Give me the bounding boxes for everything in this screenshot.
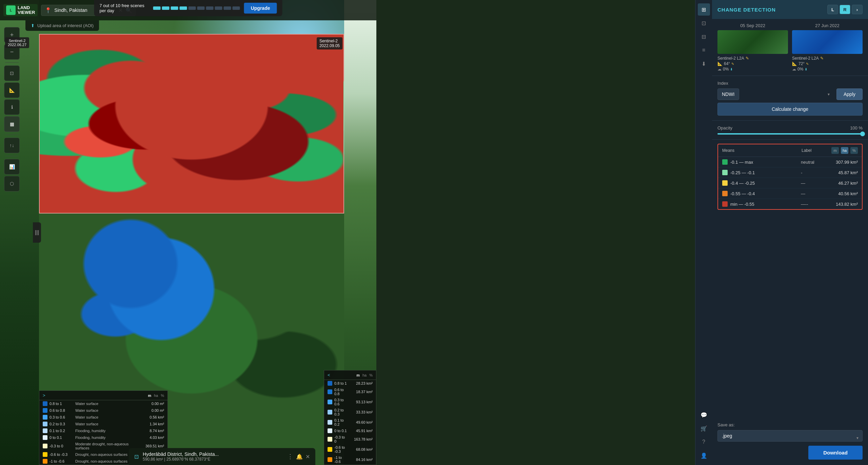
col-label-header: Label (802, 148, 829, 153)
fr-split-button[interactable]: ⊡ (698, 17, 710, 29)
upload-bar[interactable]: ⬆ Upload area of interest (AOI) (25, 20, 99, 31)
download-button[interactable]: Download (808, 446, 863, 460)
legend-collapse-left[interactable]: > (43, 393, 45, 398)
legend-value-5: 8.74 km² (140, 429, 164, 433)
legend-tab-m-r[interactable]: m (356, 373, 360, 377)
sentinel-date-right: Sentinel-2 2022.09.05 (317, 37, 342, 49)
legend-range-r-3: 0.3 to 0.6 (334, 398, 347, 406)
means-4: -0.55 — -0.4 (730, 191, 798, 196)
legend-color-9 (43, 459, 47, 464)
opacity-slider[interactable] (717, 133, 863, 135)
legend-color-r-9 (328, 457, 332, 462)
legend-range-2: 0.6 to 0.8 (50, 408, 73, 412)
logo-text: LAND VIEWER (18, 5, 35, 15)
sensor-icon-left: ✎ (746, 56, 749, 61)
legend-color-r-6 (328, 428, 332, 433)
legend-tab-m[interactable]: m (148, 393, 151, 398)
unit-tab-pct[interactable]: % (850, 147, 858, 154)
legend-value-r-5: 49.60 km² (349, 420, 373, 424)
upgrade-button[interactable]: Upgrade (244, 3, 277, 14)
index-select[interactable]: NDWI NDVI EVI SAVI (717, 88, 739, 100)
map-container[interactable]: L LAND VIEWER 📍 ✕ 🔍 7 out of 10 free sce… (0, 0, 376, 465)
legend-row-3: 0.3 to 0.6 Water surface 0.56 km² (39, 414, 167, 421)
legend-color-r-8 (328, 447, 332, 452)
fr-help-button[interactable]: ? (698, 436, 710, 448)
swatch-2 (722, 170, 728, 175)
legend-range-r-4: 0.2 to 0.3 (334, 408, 347, 416)
index-section: Index NDWI NDVI EVI SAVI Apply Calculate… (712, 76, 868, 121)
fr-cart-button[interactable]: 🛒 (698, 422, 710, 434)
index-label: Index (717, 81, 863, 86)
legend-range-r-7: -0.3 to 0 (334, 435, 347, 443)
dot-2 (162, 6, 170, 10)
tab-l[interactable]: L (827, 5, 838, 14)
legend-label-1: Water surface (75, 402, 138, 406)
angle-left: 64° (724, 61, 730, 66)
dot-4 (180, 6, 187, 10)
legend-label-2: Water surface (75, 408, 138, 412)
stats-row-4: -0.55 — -0.4 — 40.56 km² (718, 188, 862, 199)
fr-download2-button[interactable]: ⬇ (698, 58, 710, 70)
date-right: 27 Jun 2022 (792, 23, 863, 28)
legend-color-r-2 (328, 389, 332, 394)
legend-value-7: 369.51 km² (140, 444, 164, 448)
image-card-left: 05 Sep 2022 Sentinel-2 L2A ✎ 📐 64° ✎ ☁ 0… (717, 23, 788, 72)
legend-color-2 (43, 408, 47, 413)
stats-row-3: -0.4 — -0.25 — 46.27 km² (718, 178, 862, 188)
legend-tab-pct-r[interactable]: % (369, 373, 373, 377)
legend-range-6: 0 to 0.1 (50, 436, 73, 440)
legend-range-4: 0.2 to 0.3 (50, 422, 73, 426)
unit-tab-ha[interactable]: ha (841, 147, 848, 154)
means-3: -0.4 — -0.25 (730, 181, 798, 186)
location-close-icon[interactable]: ✕ (305, 453, 310, 460)
sentinel-date-left: Sentinel-2 2022.06.27 (5, 37, 29, 48)
thumb-left (717, 30, 788, 54)
3d-button[interactable]: ⬡ (4, 176, 20, 191)
slider-thumb[interactable] (860, 132, 865, 136)
legend-range-r-1: 0.8 to 1 (334, 381, 347, 385)
fr-layers-button[interactable]: ⊞ (698, 3, 710, 16)
location-expand-icon[interactable]: ⊡ (134, 453, 139, 460)
legend-value-r-6: 45.91 km² (349, 429, 373, 433)
legend-range-r-6: 0 to 0.1 (334, 429, 347, 433)
legend-row-r-5: 0.1 to 0.2 49.60 km² (324, 417, 376, 427)
apply-button[interactable]: Apply (836, 88, 863, 100)
tab-r[interactable]: R (840, 5, 850, 14)
area-5: 143.82 km² (831, 202, 858, 207)
swatch-1 (722, 159, 728, 165)
legend-tab-ha[interactable]: ha (154, 393, 158, 398)
legend-range-8: -0.6 to -0.3 (50, 452, 73, 457)
format-select[interactable]: .jpeg .png .tiff (717, 430, 863, 442)
share-button[interactable]: ↑↓ (4, 138, 20, 153)
legend-color-8 (43, 452, 47, 457)
calculate-change-button[interactable]: Calculate change (717, 103, 863, 116)
legend-value-2: 0.00 m² (140, 408, 164, 412)
fr-chat-button[interactable]: 💬 (698, 409, 710, 421)
dot-3 (171, 6, 178, 10)
image-info-right: Sentinel-2 L2A ✎ 📐 72° ✎ ☁ 0% ⬇ (792, 56, 863, 72)
unit-tab-m[interactable]: m (831, 147, 839, 154)
legend-collapse-right[interactable]: < (328, 372, 330, 378)
location-bar: ⊡ Hyderābād District, Sindh, Pakista... … (129, 448, 315, 465)
fr-menu-button[interactable]: ≡ (698, 44, 710, 56)
legend-value-r-7: 163.78 km² (349, 437, 373, 441)
aoi-button[interactable]: ⊡ (4, 65, 20, 81)
layers-button[interactable]: ▦ (4, 116, 20, 132)
location-menu-icon[interactable]: ⋮ (287, 453, 293, 460)
dot-7 (206, 6, 214, 10)
legend-color-6 (43, 435, 47, 440)
chart-button[interactable]: 📊 (4, 159, 20, 175)
location-bell-icon[interactable]: 🔔 (296, 453, 303, 460)
legend-tab-ha-r[interactable]: ha (362, 373, 367, 377)
fr-user-button[interactable]: 👤 (698, 449, 710, 462)
info-button[interactable]: ℹ (4, 99, 20, 115)
measure-button[interactable]: 📐 (4, 82, 20, 98)
legend-value-6: 4.03 km² (140, 436, 164, 440)
scene-count-text: 7 out of 10 free scenes per day (100, 3, 149, 13)
collapse-handle[interactable]: ||| (33, 222, 41, 243)
fr-compare-button[interactable]: ⊟ (698, 31, 710, 43)
area-4: 40.56 km² (831, 191, 858, 196)
legend-tab-pct[interactable]: % (161, 393, 164, 398)
legend-label-6: Flooding, humidity (75, 436, 138, 440)
tab-expand[interactable]: › (852, 5, 863, 14)
